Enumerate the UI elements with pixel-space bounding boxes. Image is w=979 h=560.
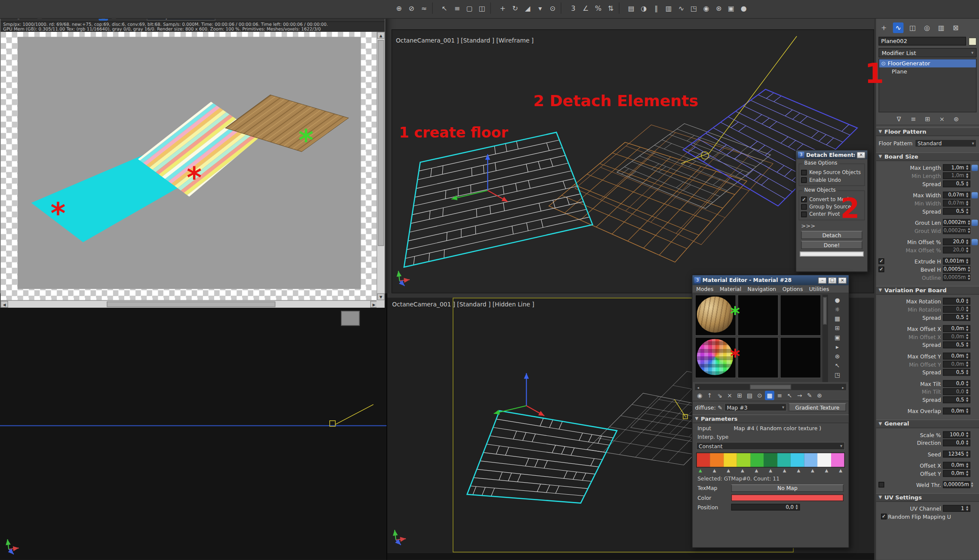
material-editor-icon[interactable]: ◉ <box>700 3 712 14</box>
gradient-bar[interactable] <box>696 453 845 468</box>
menu-navigation[interactable]: Navigation <box>748 286 776 292</box>
material-editor-window[interactable]: 3 Material Editor - Material #28 –□× Mod… <box>692 275 849 548</box>
spread-field[interactable]: 0,5▲▼ <box>943 208 970 215</box>
spinner-arrows[interactable]: ▲▼ <box>965 462 970 468</box>
gradient-stop-7[interactable]: ▲ <box>797 468 800 474</box>
reference-coordinate-system-dropdown[interactable]: ▾ <box>534 3 546 14</box>
spinner-arrows[interactable]: ▲▼ <box>967 228 972 233</box>
spinner-arrows[interactable]: ▲▼ <box>965 353 970 359</box>
detach-button[interactable]: Detach <box>801 231 862 239</box>
extrude-h-checkbox[interactable]: ✓ <box>878 258 884 264</box>
spinner-arrows[interactable]: ▲▼ <box>965 505 970 511</box>
snaps-toggle-icon[interactable]: 3 <box>568 3 579 14</box>
gradient-cell-2[interactable] <box>724 453 737 467</box>
material-options-icon[interactable]: ⊛ <box>815 391 824 400</box>
gradient-cell-6[interactable] <box>777 453 791 467</box>
menu-options[interactable]: Options <box>783 286 803 292</box>
spinner-arrows[interactable]: ▲▼ <box>965 342 970 348</box>
material-slot-2[interactable] <box>780 294 821 336</box>
viewport-label-top[interactable]: OctaneCamera_001 ] [Standard ] [Wirefram… <box>396 37 534 44</box>
floor-pattern-dropdown[interactable]: Standard ▾ <box>915 139 976 147</box>
pick-color-icon[interactable]: ✎ <box>718 404 722 410</box>
use-pivot-point-icon[interactable]: ⊙ <box>547 3 558 14</box>
edit-named-selection-icon[interactable]: ▤ <box>626 3 637 14</box>
spinner-arrows[interactable]: ▲▼ <box>965 173 970 178</box>
object-name-field[interactable]: Plane002 <box>878 37 966 46</box>
max-offset-field[interactable]: 20,0▲▼ <box>943 247 970 254</box>
parameters-rollout-header[interactable]: ▼ Parameters <box>693 414 849 423</box>
spinner-arrows[interactable]: ▲▼ <box>965 247 970 253</box>
maximize-button[interactable]: □ <box>828 277 837 284</box>
motion-tab-icon[interactable]: ◎ <box>922 22 933 33</box>
spinner-arrows[interactable]: ▲▼ <box>965 397 970 403</box>
make-unique-icon[interactable]: ⊞ <box>923 114 933 124</box>
spread-field[interactable]: 0,5▲▼ <box>943 314 970 321</box>
bevel-h-checkbox[interactable]: ✓ <box>878 266 884 272</box>
select-and-scale-icon[interactable]: ◢ <box>522 3 533 14</box>
show-end-result-icon[interactable]: ≡ <box>775 391 784 400</box>
convert-to-mesh-checkbox[interactable]: ✓ <box>801 196 807 202</box>
material-type-button[interactable]: Gradient Texture <box>789 403 846 411</box>
spinner-arrows[interactable]: ▲▼ <box>965 381 970 386</box>
material-map-navigator-icon[interactable]: ◳ <box>832 370 842 379</box>
max-rotation-field[interactable]: 0,0▲▼ <box>943 298 970 305</box>
scroll-up-icon[interactable]: ▲ <box>377 32 384 39</box>
keep-source-objects-checkbox[interactable] <box>801 169 807 175</box>
max-offset-x-field[interactable]: 0,0m▲▼ <box>943 325 970 332</box>
spinner-arrows[interactable]: ▲▼ <box>967 275 972 280</box>
background-icon[interactable]: ▦ <box>832 314 842 323</box>
hierarchy-tab-icon[interactable]: ◫ <box>907 22 918 33</box>
spinner-arrows[interactable]: ▲▼ <box>967 220 972 225</box>
gradient-stop-2[interactable]: ▲ <box>727 468 730 474</box>
spinner-arrows[interactable]: ▲▼ <box>965 239 970 245</box>
gradient-cell-10[interactable] <box>831 453 844 467</box>
input-map-button[interactable]: Map #4 ( Random color texture ) <box>733 425 821 431</box>
assign-material-icon[interactable]: ⇘ <box>715 391 724 400</box>
gradient-cell-3[interactable] <box>737 453 750 467</box>
material-slot-3[interactable]: * <box>695 337 736 378</box>
spinner-arrows[interactable]: ▲▼ <box>965 334 970 340</box>
general-header[interactable]: ▼ General <box>876 419 979 428</box>
options-icon[interactable]: ⊛ <box>832 352 842 360</box>
put-to-scene-icon[interactable]: ↑ <box>705 391 715 400</box>
slots-vscroll-thumb[interactable] <box>823 297 827 324</box>
gradient-stop-5[interactable]: ▲ <box>769 468 772 474</box>
sample-uv-tiling-icon[interactable]: ⊞ <box>832 323 842 332</box>
scroll-down-icon[interactable]: ▼ <box>377 294 384 300</box>
texmap-button[interactable]: No Map <box>731 484 844 492</box>
display-tab-icon[interactable]: ▥ <box>936 22 947 33</box>
spinner-arrows[interactable]: ▲▼ <box>965 306 970 312</box>
spinner-arrows[interactable]: ▲▼ <box>965 451 970 457</box>
spinner-arrows[interactable]: ▲▼ <box>965 389 970 395</box>
board-size-header[interactable]: ▼ Board Size <box>876 152 979 161</box>
vscroll-thumb[interactable] <box>378 40 384 246</box>
spinner-arrows[interactable]: ▲▼ <box>965 208 970 214</box>
offset-y-field[interactable]: 0,0m▲▼ <box>943 470 970 477</box>
rendered-image[interactable]: *** <box>0 32 377 300</box>
render-production-icon[interactable]: ● <box>738 3 749 14</box>
hscroll-thumb[interactable] <box>107 301 275 307</box>
horizontal-scrollbar[interactable]: ◀ ▶ <box>0 300 377 308</box>
menu-material[interactable]: Material <box>720 286 741 292</box>
min-width-field[interactable]: 0,07m▲▼ <box>943 200 970 207</box>
spread-field[interactable]: 0,5▲▼ <box>943 396 970 403</box>
interpolation-dropdown[interactable]: Constant▾ <box>696 442 845 450</box>
done-button[interactable]: Done! <box>801 241 862 249</box>
gradient-stop-4[interactable]: ▲ <box>755 468 758 474</box>
vertical-scrollbar[interactable]: ▲ ▼ <box>377 32 385 300</box>
select-and-move-icon[interactable]: + <box>497 3 508 14</box>
gradient-stop-1[interactable]: ▲ <box>713 468 716 474</box>
select-link-icon[interactable]: ⊕ <box>393 3 405 14</box>
scroll-left-icon[interactable]: ◀ <box>0 301 8 308</box>
grout-len-instance-icon[interactable] <box>972 219 978 226</box>
select-by-material-icon[interactable]: ↖ <box>832 361 842 369</box>
spinner-arrows[interactable]: ▲▼ <box>965 471 970 476</box>
make-material-unique-icon[interactable]: ⊞ <box>735 391 744 400</box>
viewport-label-bottom[interactable]: OctaneCamera_001 ] [Standard ] [Hidden L… <box>392 301 534 308</box>
material-id-channel-icon[interactable]: ⊙ <box>755 391 764 400</box>
enable-undo-checkbox[interactable] <box>801 177 807 183</box>
weld-thr-field[interactable]: 0,00005m▲▼ <box>943 481 970 488</box>
show-end-result-icon[interactable]: ≡ <box>908 114 918 124</box>
spread-field[interactable]: 0,5▲▼ <box>943 341 970 348</box>
spread-field[interactable]: 0,5▲▼ <box>943 369 970 376</box>
